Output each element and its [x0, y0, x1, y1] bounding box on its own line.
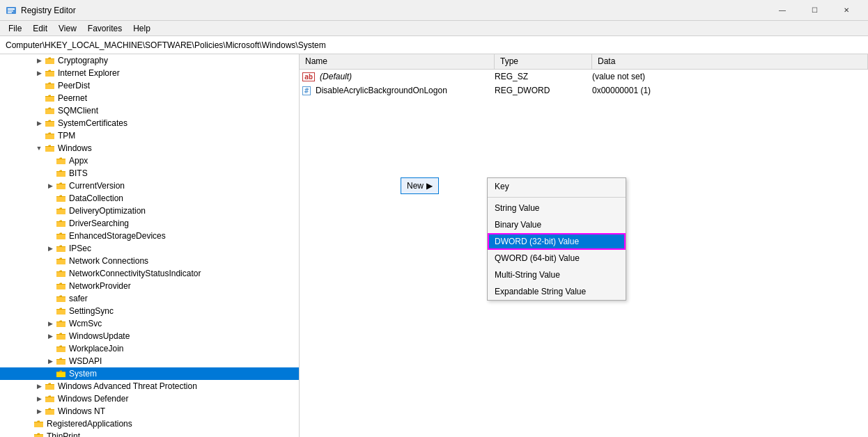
tree-scroll[interactable]: Cryptography Internet Explorer PeerDist …: [0, 54, 299, 437]
tree-expander: [22, 431, 33, 437]
svg-rect-37: [56, 260, 65, 264]
tree-item[interactable]: WcmSvc: [0, 317, 299, 330]
tree-expander: [45, 255, 56, 267]
tree-expander[interactable]: [33, 381, 45, 392]
tree-item[interactable]: Appx: [0, 154, 299, 167]
tree-expander[interactable]: [33, 393, 45, 404]
tree-item-label: IPSec: [69, 244, 91, 253]
tree-item-label: Windows Advanced Threat Protection: [58, 381, 197, 391]
tree-item-label: NetworkConnectivityStatusIndicator: [69, 269, 201, 278]
menu-help[interactable]: Help: [127, 21, 156, 35]
folder-icon: [56, 343, 67, 354]
title-bar-left: Registry Editor: [6, 5, 76, 16]
tree-expander[interactable]: [33, 406, 45, 417]
tree-item[interactable]: TPM: [0, 129, 299, 142]
menu-view[interactable]: View: [53, 21, 82, 35]
tree-expander[interactable]: [45, 243, 56, 254]
tree-item-label: BITS: [69, 168, 88, 178]
tree-item[interactable]: DriverSearching: [0, 217, 299, 230]
tree-item[interactable]: RegisteredApplications: [0, 418, 299, 430]
tree-item[interactable]: Windows NT: [0, 405, 299, 418]
submenu-binary-value[interactable]: Binary Value: [488, 216, 626, 233]
folder-icon: [45, 143, 56, 154]
submenu-separator: [488, 197, 626, 198]
tree-item-label: EnhancedStorageDevices: [69, 231, 166, 241]
svg-rect-55: [56, 372, 65, 377]
tree-item[interactable]: System: [0, 367, 299, 380]
tree-item-label: Windows: [58, 143, 92, 153]
menu-favorites[interactable]: Favorites: [82, 21, 127, 35]
folder-icon: [45, 93, 56, 104]
submenu-multi-string-value[interactable]: Multi-String Value: [488, 267, 626, 283]
col-header-type[interactable]: Type: [495, 54, 592, 69]
submenu-string-value[interactable]: String Value: [488, 200, 626, 216]
tree-expander[interactable]: [33, 118, 45, 129]
close-button[interactable]: ✕: [830, 0, 862, 21]
tree-item[interactable]: safer: [0, 292, 299, 305]
title-bar: Registry Editor — ☐ ✕: [0, 0, 868, 21]
folder-icon: [56, 218, 67, 229]
tree-expander[interactable]: [33, 55, 45, 66]
minimize-button[interactable]: —: [766, 0, 798, 21]
tree-expander: [45, 268, 56, 279]
svg-rect-63: [34, 422, 43, 427]
tree-item[interactable]: Windows Advanced Threat Protection: [0, 380, 299, 392]
tree-expander[interactable]: [45, 180, 56, 191]
col-header-data[interactable]: Data: [592, 54, 868, 69]
tree-item[interactable]: WorkplaceJoin: [0, 342, 299, 355]
tree-item[interactable]: Internet Explorer: [0, 67, 299, 79]
tree-expander[interactable]: [45, 356, 56, 367]
menu-edit[interactable]: Edit: [27, 21, 53, 35]
new-submenu[interactable]: Key String Value Binary Value DWORD (32-…: [487, 177, 626, 301]
tree-expander: [45, 155, 56, 166]
tree-item[interactable]: Windows Defender: [0, 392, 299, 405]
tree-item[interactable]: CurrentVersion: [0, 180, 299, 192]
svg-rect-13: [45, 109, 54, 114]
tree-item[interactable]: SystemCertificates: [0, 117, 299, 129]
tree-expander[interactable]: [45, 331, 56, 342]
col-header-name[interactable]: Name: [300, 54, 495, 69]
tree-item[interactable]: NetworkConnectivityStatusIndicator: [0, 267, 299, 280]
tree-item[interactable]: NetworkProvider: [0, 280, 299, 292]
tree-expander[interactable]: [45, 318, 56, 329]
tree-item[interactable]: DataCollection: [0, 192, 299, 205]
tree-item[interactable]: BITS: [0, 167, 299, 180]
registry-row[interactable]: ab(Default)REG_SZ(value not set): [300, 70, 868, 84]
tree-item[interactable]: EnhancedStorageDevices: [0, 230, 299, 242]
tree-item[interactable]: WindowsUpdate: [0, 330, 299, 342]
submenu-key[interactable]: Key: [488, 178, 626, 195]
tree-item[interactable]: SQMClient: [0, 104, 299, 117]
tree-item[interactable]: Network Connections: [0, 255, 299, 267]
submenu-expandable-string-value[interactable]: Expandable String Value: [488, 283, 626, 300]
menu-file[interactable]: File: [3, 21, 27, 35]
tree-expander[interactable]: [33, 143, 45, 154]
tree-item-label: Peernet: [58, 93, 87, 103]
tree-item[interactable]: Windows: [0, 142, 299, 154]
tree-expander[interactable]: [33, 67, 45, 79]
tree-item[interactable]: IPSec: [0, 242, 299, 255]
svg-rect-1: [8, 8, 15, 10]
reg-ab-icon: ab: [302, 72, 315, 81]
registry-row[interactable]: #DisableAcrylicBackgroundOnLogonREG_DWOR…: [300, 84, 868, 97]
address-path: Computer\HKEY_LOCAL_MACHINE\SOFTWARE\Pol…: [6, 40, 326, 50]
new-button[interactable]: New ▶: [401, 177, 439, 194]
submenu-qword-value[interactable]: QWORD (64-bit) Value: [488, 250, 626, 267]
folder-icon: [45, 55, 56, 66]
tree-expander: [33, 93, 45, 104]
folder-icon: [56, 356, 67, 367]
tree-item[interactable]: DeliveryOptimization: [0, 205, 299, 217]
tree-expander: [45, 343, 56, 354]
submenu-dword-value[interactable]: DWORD (32-bit) Value: [488, 233, 626, 250]
tree-item[interactable]: Peernet: [0, 92, 299, 104]
tree-item[interactable]: SettingSync: [0, 305, 299, 317]
tree-item-label: DataCollection: [69, 193, 123, 203]
main-area: Cryptography Internet Explorer PeerDist …: [0, 54, 868, 437]
tree-item[interactable]: PeerDist: [0, 79, 299, 92]
tree-item[interactable]: ThinPrint: [0, 430, 299, 437]
svg-rect-23: [56, 172, 65, 177]
folder-icon: [56, 205, 67, 216]
tree-item[interactable]: Cryptography: [0, 54, 299, 67]
maximize-button[interactable]: ☐: [798, 0, 830, 21]
tree-item[interactable]: WSDAPI: [0, 355, 299, 367]
tree-item-label: WcmSvc: [69, 319, 102, 328]
